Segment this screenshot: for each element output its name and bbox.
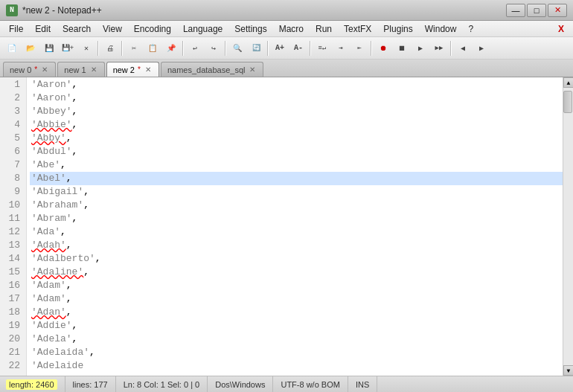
menu-bar: File Edit Search View Encoding Language … (0, 21, 573, 37)
status-length-text: length: 2460 (6, 379, 57, 390)
menu-textfx[interactable]: TextFX (338, 22, 377, 36)
scroll-down-button[interactable]: ▼ (563, 365, 573, 376)
macro-next-button[interactable]: ▶ (473, 40, 490, 57)
status-mode-text: INS (356, 380, 369, 389)
tabs-bar: new 0 * ✕ new 1 ✕ new 2 * ✕ names_databa… (0, 60, 573, 77)
code-line-19: 'Addie', (30, 319, 563, 332)
redo-button[interactable]: ↪ (205, 40, 223, 57)
code-line-4: 'Abbie', (30, 118, 563, 132)
save-all-button[interactable]: 💾+ (59, 40, 77, 57)
line-number-7: 7 (6, 158, 20, 172)
tab-new2-label: new 2 (113, 65, 135, 74)
tab-new0-close[interactable]: ✕ (40, 65, 49, 74)
indent-button[interactable]: ⇥ (332, 40, 350, 57)
toolbar-sep7 (371, 41, 372, 56)
line-number-16: 16 (6, 279, 20, 292)
minimize-button[interactable]: — (506, 4, 525, 17)
menu-plugins[interactable]: Plugins (377, 22, 418, 36)
line-number-8: 8 (6, 172, 20, 185)
unindent-button[interactable]: ⇤ (350, 40, 368, 57)
scrollbar-thumb[interactable] (563, 91, 572, 113)
macro-run-button[interactable]: ▶▶ (430, 40, 448, 57)
code-line-21: 'Adelaida', (30, 346, 563, 359)
zoom-out-button[interactable]: A- (289, 40, 307, 57)
save-button[interactable]: 💾 (40, 40, 58, 57)
menu-language[interactable]: Language (177, 22, 228, 36)
macro-record-button[interactable]: ⏺ (374, 40, 392, 57)
toolbar: 📄 📂 💾 💾+ ✕ 🖨 ✂ 📋 📌 ↩ ↪ 🔍 🔄 A+ A- ≡↵ ⇥ ⇤ … (0, 37, 573, 60)
menu-close-x[interactable]: X (552, 22, 570, 36)
find-button[interactable]: 🔍 (228, 40, 246, 57)
code-line-6: 'Abdul', (30, 145, 563, 158)
status-position: Ln: 8 Col: 1 Sel: 0 | 0 (116, 376, 208, 392)
status-lines: lines: 177 (65, 376, 116, 392)
macro-stop-button[interactable]: ⏹ (393, 40, 411, 57)
menu-edit[interactable]: Edit (29, 22, 57, 36)
toolbar-sep4 (225, 41, 226, 56)
status-line-ending: Dos\Windows (208, 376, 273, 392)
line-number-2: 2 (6, 91, 20, 105)
menu-window[interactable]: Window (419, 22, 463, 36)
scrollbar-track[interactable] (563, 88, 573, 365)
menu-file[interactable]: File (3, 22, 29, 36)
new-button[interactable]: 📄 (3, 40, 21, 57)
tab-new2-close[interactable]: ✕ (144, 65, 153, 74)
cut-button[interactable]: ✂ (125, 40, 143, 57)
app-icon: N (6, 4, 18, 16)
line-number-22: 22 (6, 359, 20, 373)
tab-new1[interactable]: new 1 ✕ (57, 62, 104, 77)
tab-names-db[interactable]: names_database_sql ✕ (161, 62, 264, 77)
scroll-up-button[interactable]: ▲ (563, 77, 573, 88)
tab-new0-modified: * (34, 65, 37, 74)
line-number-3: 3 (6, 105, 20, 118)
macro-prev-button[interactable]: ◀ (454, 40, 472, 57)
toolbar-sep5 (267, 41, 269, 56)
title-bar-text: *new 2 - Notepad++ (22, 5, 506, 16)
menu-search[interactable]: Search (57, 22, 97, 36)
status-mode: INS (348, 376, 377, 392)
line-number-20: 20 (6, 332, 20, 346)
close-button[interactable]: ✕ (548, 4, 567, 17)
menu-macro[interactable]: Macro (273, 22, 310, 36)
tab-names-db-label: names_database_sql (167, 65, 246, 74)
line-number-17: 17 (6, 292, 20, 306)
status-length: length: 2460 (6, 376, 65, 392)
menu-view[interactable]: View (97, 22, 128, 36)
code-line-1: 'Aaron', (30, 78, 563, 91)
print-button[interactable]: 🖨 (101, 40, 119, 57)
replace-button[interactable]: 🔄 (247, 40, 265, 57)
status-line-ending-text: Dos\Windows (215, 380, 265, 389)
tab-new0[interactable]: new 0 * ✕ (3, 62, 56, 77)
vertical-scrollbar[interactable]: ▲ ▼ (563, 77, 573, 376)
close-button-tb[interactable]: ✕ (77, 40, 95, 57)
code-line-7: 'Abe', (30, 158, 563, 172)
zoom-in-button[interactable]: A+ (271, 40, 289, 57)
code-line-18: 'Adan', (30, 306, 563, 319)
status-bar: length: 2460 lines: 177 Ln: 8 Col: 1 Sel… (0, 376, 573, 392)
macro-play-button[interactable]: ▶ (412, 40, 429, 57)
line-number-21: 21 (6, 346, 20, 359)
maximize-button[interactable]: □ (527, 4, 546, 17)
code-line-5: 'Abby', (30, 132, 563, 145)
line-number-12: 12 (6, 225, 20, 239)
tab-new2[interactable]: new 2 * ✕ (106, 62, 159, 77)
tab-names-db-close[interactable]: ✕ (248, 65, 257, 74)
undo-button[interactable]: ↩ (186, 40, 204, 57)
paste-button[interactable]: 📌 (162, 40, 180, 57)
line-number-9: 9 (6, 185, 20, 199)
code-line-9: 'Abigail', (30, 185, 563, 199)
menu-run[interactable]: Run (310, 22, 338, 36)
tab-new2-modified: * (138, 65, 141, 74)
copy-button[interactable]: 📋 (144, 40, 161, 57)
wrap-button[interactable]: ≡↵ (313, 40, 331, 57)
title-bar: N *new 2 - Notepad++ — □ ✕ (0, 0, 573, 21)
editor-content[interactable]: 'Aaron','Aaron','Abbey','Abbie','Abby','… (27, 77, 563, 376)
menu-help[interactable]: ? (462, 22, 479, 36)
menu-settings[interactable]: Settings (228, 22, 272, 36)
toolbar-sep3 (182, 41, 184, 56)
tab-new1-close[interactable]: ✕ (89, 65, 98, 74)
code-line-17: 'Adam', (30, 292, 563, 306)
menu-encoding[interactable]: Encoding (128, 22, 177, 36)
open-button[interactable]: 📂 (22, 40, 39, 57)
status-encoding-text: UTF-8 w/o BOM (281, 380, 339, 389)
